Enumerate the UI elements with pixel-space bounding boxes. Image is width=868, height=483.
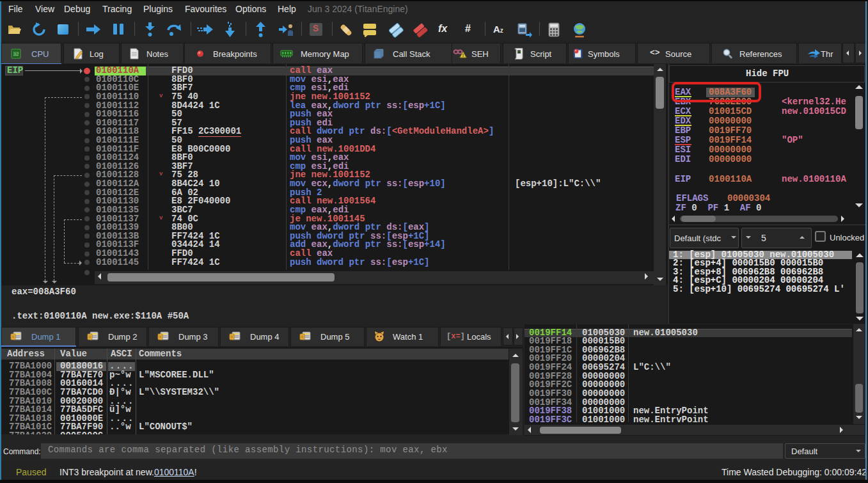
- svg-text:!: !: [462, 53, 464, 58]
- svg-text:32: 32: [13, 51, 19, 57]
- svg-text:<>: <>: [517, 51, 521, 54]
